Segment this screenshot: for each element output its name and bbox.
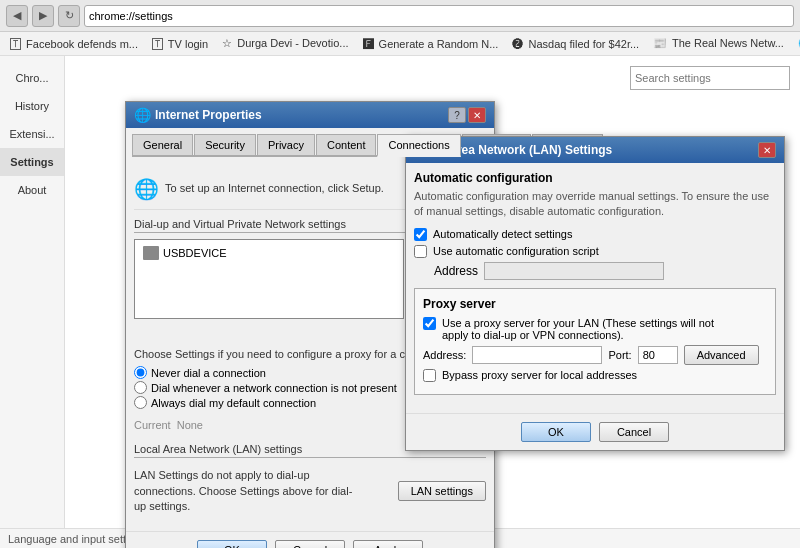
bookmarks-bar: 🅃 Facebook defends m... 🅃 TV login ☆ Dur… <box>0 32 800 56</box>
lan-titlebar: Local Area Network (LAN) Settings ✕ <box>406 137 784 163</box>
bookmark-6[interactable]: 🌐 Top 100 B... <box>792 35 800 52</box>
auto-script-row: Use automatic configuration script <box>414 245 776 258</box>
bookmark-0[interactable]: 🅃 Facebook defends m... <box>4 36 144 52</box>
auto-config-desc: Automatic configuration may override man… <box>414 189 776 220</box>
inet-ok-button[interactable]: OK <box>197 540 267 548</box>
auto-config-label: Automatic configuration <box>414 171 776 185</box>
current-value: None <box>177 419 203 431</box>
radio-never-input[interactable] <box>134 366 147 379</box>
port-label: Port: <box>608 349 631 361</box>
inet-cancel-button[interactable]: Cancel <box>275 540 345 548</box>
lan-settings-button[interactable]: LAN settings <box>398 481 486 501</box>
lan-content: Automatic configuration Automatic config… <box>406 163 784 409</box>
radio-whenever-label: Dial whenever a network connection is no… <box>151 382 397 394</box>
bypass-label: Bypass proxy server for local addresses <box>442 369 637 381</box>
device-icon <box>143 246 159 260</box>
address-bar[interactable] <box>84 5 794 27</box>
browser-body: Chro... History Extensi... Settings Abou… <box>0 56 800 528</box>
main-content: gs to connect to the network. 🌐 Internet… <box>65 56 800 528</box>
auto-address-row: Address <box>434 262 776 280</box>
setup-icon: 🌐 <box>134 177 159 201</box>
forward-button[interactable]: ▶ <box>32 5 54 27</box>
bookmark-icon-2: ☆ <box>222 37 232 50</box>
current-label: Current <box>134 419 171 431</box>
auto-detect-label: Automatically detect settings <box>433 228 572 240</box>
inet-close-button[interactable]: ✕ <box>468 107 486 123</box>
inet-title: Internet Properties <box>155 108 262 122</box>
auto-address-input[interactable] <box>484 262 664 280</box>
proxy-port-input[interactable] <box>638 346 678 364</box>
tab-privacy[interactable]: Privacy <box>257 134 315 155</box>
sidebar-item-extensions[interactable]: Extensi... <box>0 120 64 148</box>
address-label: Address <box>434 264 478 278</box>
bookmark-1[interactable]: 🅃 TV login <box>146 36 214 52</box>
inet-apply-button[interactable]: Apply <box>353 540 423 548</box>
address-port-row: Address: Port: Advanced <box>423 345 767 365</box>
bypass-row: Bypass proxy server for local addresses <box>423 369 767 382</box>
bookmark-icon-3: 🅵 <box>363 38 374 50</box>
back-button[interactable]: ◀ <box>6 5 28 27</box>
browser-toolbar: ◀ ▶ ↻ <box>0 0 800 32</box>
auto-detect-checkbox[interactable] <box>414 228 427 241</box>
setup-text: To set up an Internet connection, click … <box>165 181 384 196</box>
radio-whenever-input[interactable] <box>134 381 147 394</box>
proxy-box: Proxy server Use a proxy server for your… <box>414 288 776 395</box>
device-label: USBDEVICE <box>163 247 227 259</box>
advanced-button[interactable]: Advanced <box>684 345 759 365</box>
tab-connections[interactable]: Connections <box>377 134 460 157</box>
lan-ok-button[interactable]: OK <box>521 422 591 442</box>
lan-titlebar-buttons: ✕ <box>758 142 776 158</box>
proxy-use-checkbox[interactable] <box>423 317 436 330</box>
bookmark-icon-1: 🅃 <box>152 38 163 50</box>
sidebar: Chro... History Extensi... Settings Abou… <box>0 56 65 528</box>
lan-desc: LAN Settings do not apply to dial-up con… <box>134 468 364 514</box>
bookmark-2[interactable]: ☆ Durga Devi - Devotio... <box>216 35 354 52</box>
proxy-address-input[interactable] <box>472 346 602 364</box>
radio-never-label: Never dial a connection <box>151 367 266 379</box>
auto-detect-row: Automatically detect settings <box>414 228 776 241</box>
lan-settings-dialog: Local Area Network (LAN) Settings ✕ Auto… <box>405 136 785 451</box>
tab-content[interactable]: Content <box>316 134 377 155</box>
reload-button[interactable]: ↻ <box>58 5 80 27</box>
dialog-overlay: 🌐 Internet Properties ? ✕ General Securi… <box>65 56 800 528</box>
inet-titlebar: 🌐 Internet Properties ? ✕ <box>126 102 494 128</box>
sidebar-item-chrome[interactable]: Chro... <box>0 64 64 92</box>
bookmark-5[interactable]: 📰 The Real News Netw... <box>647 35 790 52</box>
proxy-checkbox-label: Use a proxy server for your LAN (These s… <box>442 317 742 341</box>
sidebar-item-history[interactable]: History <box>0 92 64 120</box>
tab-general[interactable]: General <box>132 134 193 155</box>
lan-cancel-button[interactable]: Cancel <box>599 422 669 442</box>
auto-script-label: Use automatic configuration script <box>433 245 599 257</box>
lan-dialog-buttons: OK Cancel <box>406 413 784 450</box>
radio-always-input[interactable] <box>134 396 147 409</box>
dialup-list[interactable]: USBDEVICE <box>134 239 404 319</box>
sidebar-item-settings[interactable]: Settings <box>0 148 64 176</box>
proxy-section-label: Proxy server <box>423 297 767 311</box>
device-row: USBDEVICE <box>139 244 399 262</box>
bookmark-icon-5: 📰 <box>653 37 667 50</box>
auto-script-checkbox[interactable] <box>414 245 427 258</box>
search-input[interactable] <box>630 66 790 90</box>
address-field-label: Address: <box>423 349 466 361</box>
inet-dialog-buttons: OK Cancel Apply <box>126 531 494 548</box>
inet-titlebar-buttons: ? ✕ <box>448 107 486 123</box>
lan-area: LAN Settings do not apply to dial-up con… <box>134 464 486 518</box>
lan-close-button[interactable]: ✕ <box>758 142 776 158</box>
bypass-checkbox[interactable] <box>423 369 436 382</box>
bookmark-icon-4: 🅩 <box>512 38 523 50</box>
radio-always-label: Always dial my default connection <box>151 397 316 409</box>
inet-icon: 🌐 <box>134 107 151 123</box>
inet-help-button[interactable]: ? <box>448 107 466 123</box>
search-area <box>630 66 790 90</box>
bookmark-icon-0: 🅃 <box>10 38 21 50</box>
bookmark-3[interactable]: 🅵 Generate a Random N... <box>357 36 505 52</box>
proxy-checkbox-row: Use a proxy server for your LAN (These s… <box>423 317 767 341</box>
tab-security[interactable]: Security <box>194 134 256 155</box>
bookmark-4[interactable]: 🅩 Nasdaq filed for $42r... <box>506 36 645 52</box>
inet-tab-bar: General Security Privacy Content Connect… <box>132 134 488 157</box>
sidebar-item-about[interactable]: About <box>0 176 64 204</box>
auto-config-section: Automatic configuration Automatic config… <box>414 171 776 280</box>
